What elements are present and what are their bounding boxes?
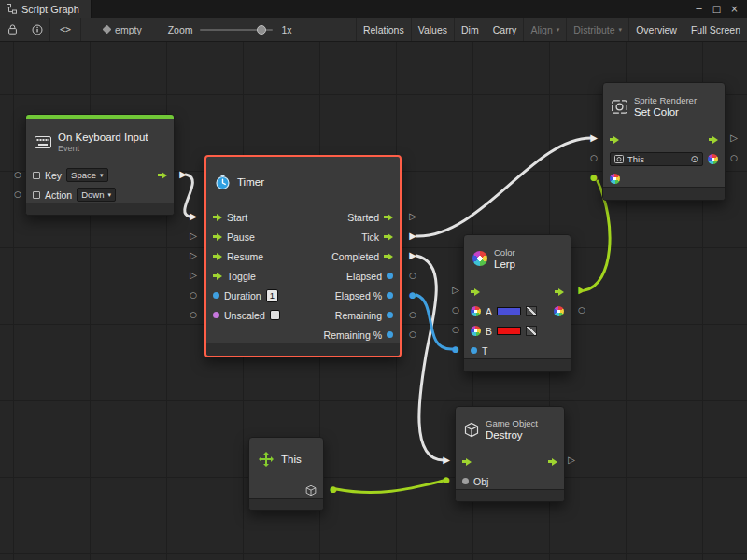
unscaled-checkbox[interactable] xyxy=(270,310,280,320)
color-result-icon xyxy=(708,154,718,164)
action-dropdown[interactable]: Down▾ xyxy=(77,188,116,202)
port-keyboard-key[interactable]: ○ xyxy=(14,171,21,179)
relations-label: Relations xyxy=(363,24,404,35)
target-field[interactable]: This ⊙ xyxy=(610,152,703,166)
wire-this-to-destroy-obj[interactable] xyxy=(336,481,444,493)
dim-button[interactable]: Dim xyxy=(454,18,486,41)
carry-button[interactable]: Carry xyxy=(486,18,524,41)
port-timer-elapsed[interactable]: ○ xyxy=(409,272,416,280)
timer-row-unscaled-remaining[interactable]: Unscaled Remaining xyxy=(206,305,400,325)
port-timer-duration[interactable]: ○ xyxy=(190,291,197,300)
key-dropdown[interactable]: Space▾ xyxy=(66,168,107,182)
port-lerp-b[interactable]: ○ xyxy=(452,326,459,334)
timer-row-resume-completed[interactable]: Resume Completed xyxy=(206,246,400,266)
port-label: Resume xyxy=(227,251,263,262)
lerp-row-t[interactable]: T xyxy=(464,341,571,360)
tab-script-graph[interactable]: Script Graph xyxy=(0,0,92,18)
overview-button[interactable]: Overview xyxy=(628,18,684,41)
port-destroy-flow-in[interactable]: ▶ xyxy=(443,455,450,465)
port-lerp-t[interactable]: ● xyxy=(452,345,459,354)
port-timer-remaining-pct[interactable]: ○ xyxy=(409,330,416,339)
port-timer-start[interactable]: ▶ xyxy=(190,212,197,221)
lock-icon[interactable] xyxy=(0,18,25,41)
node-destroy[interactable]: Game Object Destroy Obj xyxy=(455,406,565,502)
destroy-obj-row[interactable]: Obj xyxy=(456,471,564,491)
node-footer xyxy=(456,489,564,501)
close-button[interactable]: × xyxy=(726,0,743,18)
color-b-swatch[interactable] xyxy=(497,327,521,335)
flow-out-icon xyxy=(709,136,718,144)
port-setcolor-flow-out[interactable]: ▷ xyxy=(730,133,738,143)
timer-row-pause-tick[interactable]: Pause Tick xyxy=(206,227,400,246)
node-set-color[interactable]: Sprite Renderer Set Color This ⊙ xyxy=(602,82,726,201)
color-a-swatch[interactable] xyxy=(497,307,521,315)
destroy-flow-row[interactable] xyxy=(456,452,564,471)
node-on-keyboard-input[interactable]: On Keyboard Input Event Key Space▾ Actio… xyxy=(25,114,175,216)
node-this[interactable]: This xyxy=(248,437,324,511)
port-setcolor-target[interactable]: ○ xyxy=(590,154,598,162)
port-label: Remaining % xyxy=(324,329,382,341)
target-picker-icon[interactable]: ⊙ xyxy=(691,154,698,164)
eyedropper-icon[interactable] xyxy=(526,306,537,316)
graph-toolbar: <> empty Zoom 1x Relations Values Dim Ca… xyxy=(0,18,747,42)
zoom-slider-knob[interactable] xyxy=(257,25,266,35)
port-timer-remaining[interactable]: ○ xyxy=(409,311,416,319)
port-this-out[interactable]: ● xyxy=(330,485,337,494)
code-icon[interactable]: <> xyxy=(50,24,80,35)
zoom-slider[interactable] xyxy=(200,29,273,31)
align-button[interactable]: Align▾ xyxy=(523,18,566,41)
lerp-flow-row[interactable] xyxy=(464,282,571,301)
info-icon[interactable] xyxy=(25,18,49,41)
port-timer-elapsed-pct[interactable]: ● xyxy=(409,291,416,300)
port-destroy-obj[interactable]: ● xyxy=(443,476,450,484)
key-port-row[interactable]: Key Space▾ xyxy=(26,165,174,185)
minimize-button[interactable]: ─ xyxy=(690,0,708,18)
timer-row-remainingpct[interactable]: Remaining % xyxy=(206,325,400,344)
eyedropper-icon[interactable] xyxy=(526,326,537,336)
fullscreen-button[interactable]: Full Screen xyxy=(684,18,747,41)
relations-button[interactable]: Relations xyxy=(356,18,411,41)
port-lerp-flow-out[interactable]: ▶ xyxy=(578,286,585,295)
port-destroy-flow-out[interactable]: ▷ xyxy=(568,455,575,465)
value-port-icon xyxy=(462,478,469,484)
port-timer-completed[interactable]: ▶ xyxy=(409,251,416,260)
duration-field[interactable]: 1 xyxy=(266,289,278,302)
values-button[interactable]: Values xyxy=(411,18,454,41)
maximize-button[interactable]: □ xyxy=(708,0,726,18)
port-setcolor-result[interactable]: ○ xyxy=(730,154,738,162)
port-timer-pause[interactable]: ▷ xyxy=(190,231,197,241)
timer-row-start-started[interactable]: Start Started xyxy=(206,207,400,227)
wire-timer-tick-to-setcolor[interactable] xyxy=(416,138,591,236)
setcolor-target-row[interactable]: This ⊙ xyxy=(603,149,725,169)
port-timer-toggle[interactable]: ▷ xyxy=(190,271,197,280)
node-color-lerp[interactable]: Color Lerp A B xyxy=(463,234,571,372)
timer-row-toggle-elapsed[interactable]: Toggle Elapsed xyxy=(206,266,400,286)
port-lerp-result[interactable]: ○ xyxy=(578,306,585,315)
port-label: Started xyxy=(347,212,379,223)
node-footer xyxy=(26,203,174,215)
move-arrows-icon xyxy=(258,451,275,468)
port-label: Key xyxy=(45,170,62,181)
port-label: A xyxy=(486,306,492,317)
port-timer-started[interactable]: ▷ xyxy=(409,212,416,221)
port-setcolor-flow-in[interactable]: ▶ xyxy=(590,133,598,143)
timer-row-duration-elapsedpct[interactable]: Duration 1 Elapsed % xyxy=(206,286,400,305)
port-keyboard-action[interactable]: ○ xyxy=(14,190,21,199)
port-timer-resume[interactable]: ▷ xyxy=(190,251,197,260)
port-lerp-a[interactable]: ○ xyxy=(452,306,459,315)
port-timer-unscaled[interactable]: ○ xyxy=(190,311,197,319)
setcolor-flow-row[interactable] xyxy=(603,130,725,149)
graph-canvas[interactable]: On Keyboard Input Event Key Space▾ Actio… xyxy=(0,42,747,560)
port-keyboard-flow-out[interactable]: ▶ xyxy=(179,170,187,179)
port-setcolor-color[interactable]: ● xyxy=(590,174,598,182)
node-timer[interactable]: Timer Start Started Pause Tick Resume xyxy=(204,155,402,357)
lerp-row-a[interactable]: A xyxy=(464,301,571,321)
port-lerp-flow-in[interactable]: ▷ xyxy=(452,286,459,295)
lerp-row-b[interactable]: B xyxy=(464,321,571,341)
setcolor-color-row[interactable] xyxy=(603,169,725,189)
distribute-button[interactable]: Distribute▾ xyxy=(566,18,628,41)
action-port-row[interactable]: Action Down▾ xyxy=(26,185,174,204)
port-timer-tick[interactable]: ▶ xyxy=(409,231,416,241)
this-output-row[interactable] xyxy=(249,481,323,500)
wire-timer-completed-to-destroy[interactable] xyxy=(416,256,444,460)
